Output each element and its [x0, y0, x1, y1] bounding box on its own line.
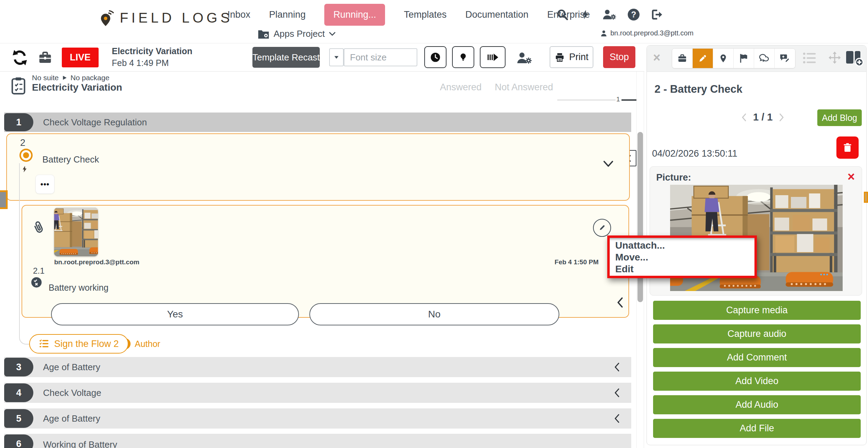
- section-row-3[interactable]: 3 Age of Battery: [4, 357, 631, 377]
- search-icon[interactable]: [556, 8, 569, 21]
- section-label: Age of Battery: [43, 413, 100, 424]
- section-row-1[interactable]: 1 Check Voltage Regulation: [4, 113, 631, 132]
- user-settings-icon[interactable]: [602, 8, 617, 21]
- chevron-down-icon: [329, 32, 336, 36]
- add-comment-edit-icon[interactable]: [775, 49, 795, 68]
- nav-templates[interactable]: Templates: [404, 9, 446, 20]
- add-audio-button[interactable]: Add Audio: [653, 395, 861, 414]
- attachment-photo-thumbnail[interactable]: [54, 208, 98, 256]
- person-icon: [600, 30, 608, 37]
- move-panel-icon[interactable]: [828, 51, 841, 64]
- tab-not-answered[interactable]: Not Answered: [495, 82, 553, 93]
- printer-icon: [554, 52, 565, 63]
- section-number-badge: 4: [4, 383, 33, 402]
- menu-item-move[interactable]: Move...: [615, 251, 754, 263]
- section-label: Working of Battery: [43, 439, 117, 448]
- attachment-card[interactable]: bn.root.preprod.3@ptt.com Feb 4 1:50 PM: [22, 205, 629, 318]
- question-collapse-chevron-icon[interactable]: [616, 297, 625, 308]
- live-button[interactable]: LIVE: [62, 48, 99, 67]
- pager-prev-icon[interactable]: [741, 113, 748, 122]
- user-identity: bn.root.preprod.3@ptt.com: [600, 29, 693, 37]
- project-name: Apps Project: [274, 28, 325, 39]
- nav-documentation[interactable]: Documentation: [465, 9, 528, 20]
- breadcrumb-arrow-icon: [62, 75, 67, 80]
- add-comment-button[interactable]: Add Comment: [653, 348, 861, 367]
- pager-next-icon[interactable]: [778, 113, 785, 122]
- section-number-badge: 6: [4, 434, 33, 448]
- stop-button[interactable]: Stop: [603, 46, 635, 68]
- nav-inbox[interactable]: Inbox: [227, 9, 250, 20]
- progress-track: [557, 100, 616, 100]
- clipboard-checklist-icon: [10, 76, 27, 95]
- sign-flow-button[interactable]: Sign the Flow 2: [29, 334, 128, 354]
- template-recast-button[interactable]: Template Recast: [252, 47, 320, 68]
- tab-answered[interactable]: Answered: [440, 82, 482, 93]
- breadcrumb-package: No package: [70, 74, 109, 82]
- help-icon[interactable]: ?: [628, 9, 640, 20]
- briefcase-icon[interactable]: [37, 50, 53, 65]
- progress-thumb[interactable]: [621, 99, 636, 101]
- add-video-button[interactable]: Add Video: [653, 372, 861, 391]
- toolbox-icon[interactable]: [672, 49, 693, 68]
- panel-toolbar: ×: [647, 45, 866, 72]
- lightning-icon[interactable]: [580, 8, 591, 21]
- picture-remove-icon[interactable]: ×: [848, 169, 855, 184]
- delete-entry-button[interactable]: [836, 136, 859, 159]
- font-size-dropdown-button[interactable]: [329, 48, 344, 66]
- menu-item-unattach[interactable]: Unattach...: [615, 240, 754, 251]
- right-edge-artifact: [864, 192, 868, 203]
- section-row-4[interactable]: 4 Check Voltage: [4, 383, 631, 403]
- lightning-small-icon: [21, 165, 28, 174]
- hint-bulb-button[interactable]: [452, 46, 474, 68]
- menu-item-edit[interactable]: Edit: [615, 263, 754, 275]
- more-options-button[interactable]: •••: [35, 175, 55, 194]
- sign-flow-label: Sign the Flow 2: [54, 339, 119, 349]
- main-menu: Inbox Planning Running... Templates Docu…: [227, 0, 590, 29]
- left-edge-artifact: [0, 190, 8, 209]
- collapse-chevron-icon[interactable]: [603, 160, 614, 169]
- add-blog-button[interactable]: Add Blog: [817, 109, 862, 126]
- entry-timestamp: 04/02/2026 13:50:11: [652, 148, 737, 159]
- answer-yes-button[interactable]: Yes: [51, 303, 299, 325]
- expand-chevron-icon[interactable]: [613, 388, 621, 398]
- assign-user-icon[interactable]: [516, 51, 533, 65]
- font-size-input[interactable]: [344, 48, 417, 66]
- folder-gear-icon: [258, 29, 269, 39]
- brand-name: FIELD LOGS: [120, 10, 233, 26]
- add-file-button[interactable]: Add File: [653, 419, 861, 438]
- flow-connector-line: [19, 163, 30, 345]
- answer-no-button[interactable]: No: [309, 303, 559, 325]
- history-clock-button[interactable]: [424, 46, 446, 68]
- panel-close-icon[interactable]: ×: [653, 50, 660, 65]
- project-selector[interactable]: Apps Project: [258, 28, 336, 39]
- location-pin-icon[interactable]: [713, 49, 734, 68]
- nav-running[interactable]: Running...: [324, 4, 385, 26]
- chat-bubbles-icon[interactable]: [754, 49, 775, 68]
- expand-chevron-icon[interactable]: [613, 413, 621, 424]
- attachment-time: Feb 4 1:50 PM: [554, 258, 599, 266]
- section-row-5[interactable]: 5 Age of Battery: [4, 408, 631, 429]
- section-row-6[interactable]: 6 Working of Battery: [4, 434, 631, 448]
- expand-chevron-icon[interactable]: [613, 362, 621, 372]
- nav-planning[interactable]: Planning: [269, 9, 306, 20]
- flag-icon[interactable]: [734, 49, 754, 68]
- question-label: Battery working: [49, 283, 108, 293]
- blog-pager: 1 / 1: [741, 111, 785, 123]
- yes-no-question-icon: [31, 276, 42, 288]
- capture-audio-button[interactable]: Capture audio: [653, 324, 861, 343]
- edit-pencil-icon[interactable]: [693, 49, 713, 68]
- list-view-icon[interactable]: [802, 52, 817, 64]
- section-2-card[interactable]: 2 Battery Check •••: [6, 133, 630, 201]
- print-button[interactable]: Print: [550, 46, 593, 68]
- print-label: Print: [569, 52, 589, 63]
- section-number-badge: 3: [4, 358, 33, 376]
- brand-logo[interactable]: FIELD LOGS: [99, 9, 233, 26]
- fast-forward-button[interactable]: [480, 46, 506, 68]
- add-column-icon[interactable]: [845, 50, 863, 66]
- logout-icon[interactable]: [651, 8, 663, 21]
- capture-media-button[interactable]: Capture media: [653, 301, 861, 320]
- sync-icon[interactable]: [11, 49, 28, 66]
- pager-value: 1 / 1: [753, 111, 773, 123]
- fast-forward-icon: [486, 52, 499, 63]
- attachment-edit-button[interactable]: [593, 219, 611, 237]
